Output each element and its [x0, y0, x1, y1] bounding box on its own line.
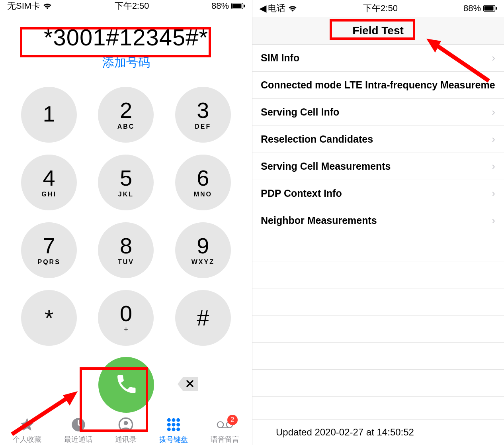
updated-footer: Updated 2020-02-27 at 14:50:52: [252, 419, 504, 445]
clock-label: 下午2:50: [115, 0, 149, 12]
svg-point-11: [176, 423, 180, 427]
star-icon: [19, 416, 35, 433]
svg-point-8: [176, 418, 180, 422]
tab-label: 个人收藏: [13, 435, 41, 444]
svg-point-15: [217, 421, 223, 427]
row-serving-cell-info[interactable]: Serving Cell Info›: [252, 99, 504, 126]
contact-icon: [117, 416, 134, 433]
keypad: 1 2ABC 3DEF 4GHI 5JKL 6MNO 7PQRS 8TUV 9W…: [19, 87, 234, 346]
tab-recents[interactable]: 最近通话: [64, 416, 93, 444]
key-1[interactable]: 1: [21, 87, 77, 143]
row-pdp-context[interactable]: PDP Context Info›: [252, 180, 504, 207]
tab-contacts[interactable]: 通讯录: [115, 416, 137, 444]
tab-label: 拨号键盘: [159, 435, 188, 444]
svg-rect-1: [232, 4, 242, 8]
row-reselection[interactable]: Reselection Candidates›: [252, 126, 504, 153]
clock-icon: [70, 416, 87, 433]
row-empty: [252, 288, 504, 316]
svg-point-6: [167, 418, 171, 422]
battery-percent: 88%: [463, 3, 481, 14]
chevron-right-icon: ›: [492, 52, 495, 64]
row-neighbor-meas[interactable]: Neighbor Measurements›: [252, 207, 504, 234]
phone-icon: [114, 372, 138, 398]
row-empty: [252, 370, 504, 397]
key-2[interactable]: 2ABC: [98, 87, 154, 143]
chevron-right-icon: ›: [492, 214, 495, 227]
battery-icon: [231, 3, 245, 9]
svg-rect-2: [244, 5, 245, 8]
backspace-button[interactable]: [174, 375, 202, 395]
key-4[interactable]: 4GHI: [21, 155, 77, 210]
svg-point-5: [124, 421, 128, 425]
vertical-divider: [252, 0, 252, 445]
back-chevron-icon[interactable]: ◀: [259, 3, 266, 14]
status-bar: ◀ 电话 下午2:50 88%: [252, 0, 504, 17]
row-empty: [252, 343, 504, 370]
call-button[interactable]: [98, 357, 154, 413]
key-6[interactable]: 6MNO: [175, 155, 231, 210]
status-bar: 无SIM卡 下午2:50 88%: [0, 0, 252, 12]
svg-point-9: [167, 423, 171, 427]
dialed-number: *3001#12345#*: [41, 24, 211, 51]
key-5[interactable]: 5JKL: [98, 155, 154, 210]
tab-bar: 个人收藏 最近通话 通讯录 拨号键盘 语音留言 2: [0, 413, 252, 445]
wifi-icon: [43, 2, 52, 10]
tab-label: 最近通话: [64, 435, 93, 444]
field-test-list: SIM Info› Connected mode LTE Intra-frequ…: [252, 45, 504, 397]
chevron-right-icon: ›: [492, 106, 495, 118]
page-title: Field Test: [345, 22, 411, 39]
tab-label: 通讯录: [115, 435, 137, 444]
tab-keypad[interactable]: 拨号键盘: [159, 416, 188, 444]
wifi-icon: [288, 5, 297, 12]
svg-point-7: [172, 418, 176, 422]
nav-header: Field Test: [252, 17, 504, 45]
carrier-label: 电话: [268, 2, 285, 14]
row-empty: [252, 261, 504, 288]
voicemail-badge: 2: [227, 415, 238, 425]
svg-point-14: [176, 427, 180, 431]
tab-voicemail[interactable]: 语音留言 2: [211, 416, 239, 444]
row-empty: [252, 234, 504, 261]
battery-percent: 88%: [211, 1, 229, 11]
keypad-icon: [165, 416, 182, 433]
key-star[interactable]: *: [21, 290, 77, 346]
svg-point-13: [172, 427, 176, 431]
key-3[interactable]: 3DEF: [175, 87, 231, 143]
clock-label: 下午2:50: [363, 2, 398, 14]
svg-point-10: [172, 423, 176, 427]
key-8[interactable]: 8TUV: [98, 222, 154, 278]
key-7[interactable]: 7PQRS: [21, 222, 77, 278]
svg-rect-22: [496, 7, 497, 10]
row-connected-lte[interactable]: Connected mode LTE Intra-frequency Measu…: [252, 72, 504, 99]
key-hash[interactable]: #: [175, 290, 231, 346]
tab-label: 语音留言: [211, 435, 239, 444]
svg-rect-21: [484, 6, 494, 11]
dialer-screen: 无SIM卡 下午2:50 88% *3001#12345#* 添加号码 1 2A…: [0, 0, 252, 445]
svg-point-12: [167, 427, 171, 431]
key-9[interactable]: 9WXYZ: [175, 222, 231, 278]
row-serving-cell-meas[interactable]: Serving Cell Measurements›: [252, 153, 504, 180]
field-test-screen: ◀ 电话 下午2:50 88% Field Test SIM Info› Con…: [252, 0, 504, 445]
row-sim-info[interactable]: SIM Info›: [252, 45, 504, 72]
tab-favorites[interactable]: 个人收藏: [13, 416, 41, 444]
chevron-right-icon: ›: [492, 133, 495, 145]
chevron-right-icon: ›: [492, 160, 495, 173]
battery-icon: [483, 5, 497, 12]
chevron-right-icon: ›: [492, 187, 495, 200]
carrier-label: 无SIM卡: [7, 0, 40, 12]
add-number-link[interactable]: 添加号码: [0, 55, 252, 71]
row-empty: [252, 316, 504, 343]
backspace-icon: [176, 375, 200, 394]
key-0[interactable]: 0+: [98, 290, 154, 346]
